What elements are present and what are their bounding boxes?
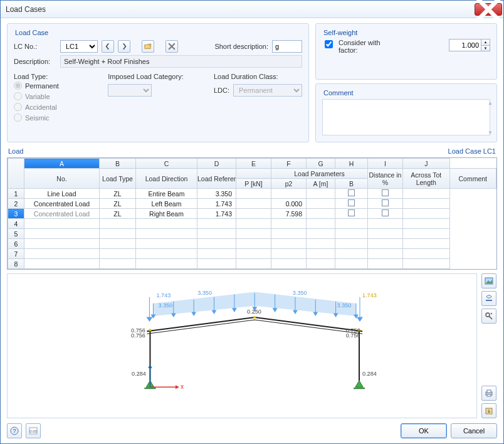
edit-view-button[interactable] — [481, 309, 496, 324]
svg-marker-11 — [233, 309, 236, 312]
radio-seismic[interactable]: Seismic — [14, 114, 89, 122]
checkbox-icon[interactable] — [348, 189, 355, 196]
svg-text:0.250: 0.250 — [247, 309, 261, 315]
table-row[interactable]: 4 — [8, 219, 496, 229]
svg-rect-60 — [487, 394, 491, 396]
decimals-icon: 0.00 — [29, 426, 38, 435]
radio-variable[interactable]: Variable — [14, 92, 89, 100]
lc-prev-button[interactable] — [102, 40, 114, 53]
ilc-label: Imposed Load Category: — [108, 73, 195, 80]
checkbox-icon[interactable] — [382, 189, 389, 196]
cancel-button[interactable]: Cancel — [451, 423, 497, 438]
units-button[interactable]: 0.00 — [26, 423, 41, 438]
table-row[interactable]: 3Concentrated LoadZLRight Beam1.7437.598 — [8, 209, 496, 219]
col-no[interactable]: No. — [24, 169, 100, 189]
delete-load-case-button[interactable] — [165, 40, 178, 53]
ldc-label: LDC: — [214, 87, 229, 94]
export-icon — [485, 406, 493, 415]
svg-text:0.756: 0.756 — [346, 332, 360, 339]
help-button[interactable]: ? — [7, 423, 22, 438]
spin-up-icon[interactable]: ▲ — [481, 40, 490, 45]
svg-text:1.743: 1.743 — [157, 292, 171, 299]
load-table[interactable]: A B C D E F G H I J No.Load TypeLoad Dir… — [7, 157, 497, 270]
consider-label: Consider with factor: — [339, 39, 395, 54]
radio-accidental[interactable]: Accidental — [14, 103, 89, 111]
load-case-legend: Load Case — [13, 29, 51, 36]
col-D[interactable]: D — [197, 159, 236, 169]
svg-point-35 — [253, 316, 256, 319]
ldc-group-label: Load Duration Class: — [214, 73, 302, 80]
col-A[interactable]: A — [24, 159, 100, 169]
checkbox-icon[interactable] — [348, 199, 355, 206]
table-row[interactable]: 2Concentrated LoadZLLeft Beam1.7430.000 — [8, 199, 496, 209]
checkbox-icon[interactable] — [382, 209, 389, 216]
factor-spinner[interactable]: ▲▼ — [449, 39, 490, 51]
grp-d-blank[interactable] — [236, 169, 271, 179]
col-p[interactable]: P [kN] — [236, 179, 271, 189]
export-button[interactable] — [481, 403, 496, 418]
table-row[interactable]: 7 — [8, 249, 496, 259]
help-icon: ? — [10, 426, 19, 435]
self-weight-panel: Self-weight Consider with factor: ▲▼ — [315, 23, 497, 80]
svg-marker-19 — [313, 312, 317, 315]
short-desc-label: Short description: — [214, 43, 268, 50]
svg-line-57 — [489, 316, 492, 319]
factor-input[interactable] — [449, 40, 481, 51]
load-case-panel: Load Case LC No.: LC1 — [7, 23, 309, 142]
wrench-icon — [485, 312, 493, 320]
new-load-case-button[interactable] — [142, 40, 154, 53]
checkbox-icon[interactable] — [382, 199, 389, 206]
description-field[interactable]: Self-Weight + Roof Finishes — [60, 55, 302, 68]
chevron-left-icon — [104, 43, 112, 50]
svg-text:0.284: 0.284 — [362, 371, 377, 377]
col-b2[interactable]: B — [335, 179, 368, 189]
col-load-direction[interactable]: Load Direction — [136, 169, 197, 189]
svg-marker-17 — [293, 310, 297, 314]
table-row[interactable]: 6 — [8, 239, 496, 249]
col-B[interactable]: B — [100, 159, 136, 169]
col-I[interactable]: I — [368, 159, 403, 169]
svg-text:0.284: 0.284 — [132, 371, 146, 377]
svg-rect-59 — [487, 390, 491, 393]
svg-marker-49 — [176, 385, 179, 389]
col-C[interactable]: C — [136, 159, 197, 169]
load-type-label: Load Type: — [14, 73, 89, 80]
new-folder-icon — [144, 43, 152, 50]
col-distance[interactable]: Distance in % — [368, 169, 403, 189]
table-row[interactable]: 1Line LoadZLEntire Beam3.350 — [8, 189, 496, 199]
col-load-reference[interactable]: Load Reference — [197, 169, 236, 189]
short-desc-input[interactable] — [272, 40, 302, 53]
load-section-label: Load — [8, 147, 23, 155]
col-F[interactable]: F — [271, 159, 307, 169]
col-G[interactable]: G — [307, 159, 335, 169]
spin-down-icon[interactable]: ▼ — [481, 45, 490, 51]
radio-permanent[interactable]: Permanent — [14, 82, 89, 90]
col-comment[interactable]: Comment — [449, 169, 496, 189]
printer-icon — [485, 389, 493, 398]
col-across[interactable]: Across Tot Length — [403, 169, 450, 189]
structure-preview[interactable]: 1.743 1.743 3.350 3.350 3.350 3.350 0.25… — [7, 273, 477, 418]
svg-text:x: x — [181, 383, 184, 390]
consider-checkbox[interactable] — [325, 40, 333, 48]
self-weight-legend: Self-weight — [321, 29, 360, 36]
window-close-button[interactable] — [475, 3, 502, 16]
col-J[interactable]: J — [403, 159, 450, 169]
table-row[interactable]: 5 — [8, 229, 496, 239]
table-row[interactable]: 8 — [8, 259, 496, 269]
lc-no-select[interactable]: LC1 — [60, 40, 98, 53]
col-p2[interactable]: p2 — [271, 179, 307, 189]
svg-text:3.350: 3.350 — [197, 290, 212, 296]
view-settings-button[interactable] — [481, 273, 496, 288]
comment-textarea[interactable] — [322, 99, 490, 135]
col-load-type[interactable]: Load Type — [100, 169, 136, 189]
checkbox-icon[interactable] — [348, 209, 355, 216]
print-button[interactable] — [481, 386, 496, 401]
ok-button[interactable]: OK — [401, 423, 447, 438]
view-options-button[interactable] — [481, 291, 496, 306]
col-load-parameters[interactable]: Load Parameters — [271, 169, 368, 179]
delete-icon — [168, 43, 176, 50]
col-am[interactable]: A [m] — [307, 179, 335, 189]
col-E[interactable]: E — [236, 159, 271, 169]
lc-next-button[interactable] — [118, 40, 130, 53]
col-H[interactable]: H — [335, 159, 368, 169]
